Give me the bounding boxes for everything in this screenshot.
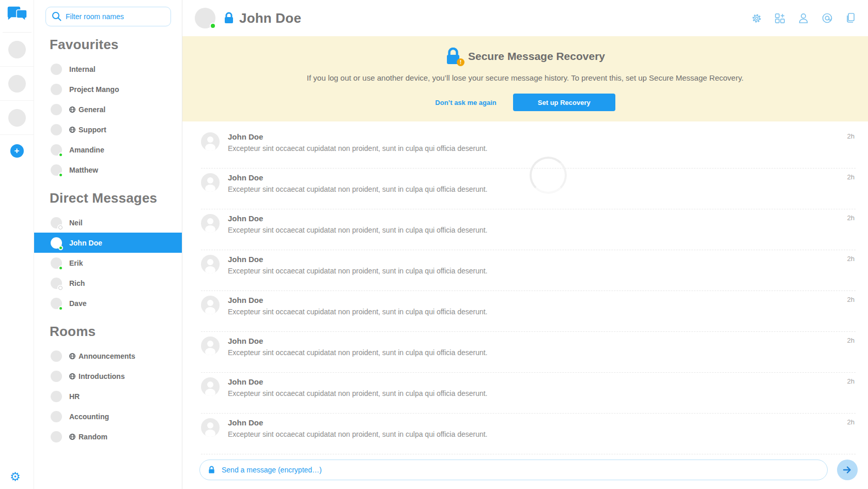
message-text: Excepteur sint occaecat cupidatat non pr… bbox=[228, 267, 839, 275]
search-input[interactable] bbox=[45, 7, 171, 26]
community-avatar bbox=[8, 41, 26, 58]
room-label: Introductions bbox=[69, 372, 125, 380]
message-sender: John Doe bbox=[228, 214, 839, 223]
message-timestamp: 2h bbox=[847, 132, 856, 140]
room-label: HR bbox=[69, 392, 80, 401]
room-item-matthew[interactable]: Matthew bbox=[34, 160, 182, 180]
encrypted-lock-icon bbox=[224, 12, 234, 24]
room-item-internal[interactable]: Internal bbox=[34, 59, 182, 79]
room-item-john-doe-selected[interactable]: John Doe bbox=[34, 233, 182, 253]
room-item-amandine[interactable]: Amandine bbox=[34, 140, 182, 160]
message-text: Excepteur sint occaecat cupidatat non pr… bbox=[228, 389, 839, 398]
presence-online-dot bbox=[58, 246, 63, 250]
room-avatar bbox=[51, 237, 62, 249]
message-timestamp: 2h bbox=[847, 214, 856, 222]
mentions-icon[interactable] bbox=[822, 12, 833, 24]
message-timeline[interactable]: John Doe Excepteur sint occaecat cupidat… bbox=[182, 121, 868, 455]
files-icon[interactable] bbox=[845, 12, 856, 24]
sender-avatar[interactable] bbox=[201, 418, 220, 437]
message-row: John Doe Excepteur sint occaecat cupidat… bbox=[201, 128, 856, 169]
message-text: Excepteur sint occaecat cupidatat non pr… bbox=[228, 144, 839, 152]
room-avatar bbox=[51, 64, 62, 75]
room-item-random[interactable]: Random bbox=[34, 426, 182, 447]
section-title-favourites: Favourites bbox=[50, 37, 182, 53]
message-text: Excepteur sint occaecat cupidatat non pr… bbox=[228, 226, 839, 234]
room-avatar bbox=[51, 391, 62, 402]
sender-avatar[interactable] bbox=[201, 173, 220, 192]
room-label: Dave bbox=[69, 299, 86, 308]
sender-avatar[interactable] bbox=[201, 214, 220, 233]
dont-ask-again-link[interactable]: Don’t ask me again bbox=[435, 99, 496, 106]
presence-online-dot bbox=[58, 306, 63, 311]
message-timestamp: 2h bbox=[847, 377, 856, 385]
room-item-support[interactable]: Support bbox=[34, 119, 182, 140]
room-header-avatar[interactable] bbox=[195, 8, 215, 28]
message-timestamp: 2h bbox=[847, 337, 856, 344]
room-item-introductions[interactable]: Introductions bbox=[34, 366, 182, 386]
message-row: John Doe Excepteur sint occaecat cupidat… bbox=[201, 332, 856, 373]
sender-avatar[interactable] bbox=[201, 377, 220, 396]
room-label: Accounting bbox=[69, 412, 109, 421]
sender-avatar[interactable] bbox=[201, 132, 220, 151]
encrypted-lock-icon bbox=[208, 466, 215, 474]
room-item-dave[interactable]: Dave bbox=[34, 293, 182, 313]
room-label: Rich bbox=[69, 279, 85, 287]
integrations-icon[interactable] bbox=[774, 13, 785, 24]
sender-avatar[interactable] bbox=[201, 296, 220, 314]
room-header: John Doe bbox=[182, 0, 868, 36]
room-avatar bbox=[51, 104, 62, 115]
room-avatar bbox=[51, 278, 62, 289]
banner-body-text: If you log out or use another device, yo… bbox=[182, 73, 868, 82]
room-item-announcements[interactable]: Announcements bbox=[34, 346, 182, 366]
room-sidebar: Favourites Internal Project Mango Genera… bbox=[34, 0, 182, 489]
sender-avatar[interactable] bbox=[201, 255, 220, 273]
message-row: John Doe Excepteur sint occaecat cupidat… bbox=[201, 209, 856, 250]
members-icon[interactable] bbox=[798, 12, 809, 24]
rail-community-2[interactable] bbox=[0, 67, 34, 101]
public-room-globe-icon bbox=[69, 434, 75, 440]
settings-icon[interactable] bbox=[751, 13, 762, 24]
message-timestamp: 2h bbox=[847, 296, 856, 303]
community-avatar bbox=[8, 75, 26, 93]
send-button[interactable] bbox=[837, 460, 858, 480]
warning-badge-icon: ! bbox=[457, 58, 464, 66]
room-item-project-mango[interactable]: Project Mango bbox=[34, 79, 182, 99]
room-item-general[interactable]: General bbox=[34, 99, 182, 119]
mini-rail: + ⚙ bbox=[0, 0, 34, 489]
message-row: John Doe Excepteur sint occaecat cupidat… bbox=[201, 291, 856, 332]
room-label: Project Mango bbox=[69, 85, 119, 94]
room-label: Erik bbox=[69, 259, 83, 267]
room-item-erik[interactable]: Erik bbox=[34, 253, 182, 273]
room-item-accounting[interactable]: Accounting bbox=[34, 406, 182, 426]
room-label: Internal bbox=[69, 65, 96, 73]
room-label: Neil bbox=[69, 219, 83, 227]
rail-community-1[interactable] bbox=[0, 33, 34, 67]
message-row: John Doe Excepteur sint occaecat cupidat… bbox=[201, 250, 856, 291]
add-community-button[interactable]: + bbox=[10, 144, 24, 158]
sender-avatar[interactable] bbox=[201, 337, 220, 355]
room-avatar bbox=[51, 217, 62, 228]
message-sender: John Doe bbox=[228, 418, 839, 427]
app-logo-chat-bubbles-icon[interactable] bbox=[5, 5, 29, 26]
recovery-lock-warning-icon: ! bbox=[445, 48, 461, 65]
room-item-neil[interactable]: Neil bbox=[34, 212, 182, 233]
message-timestamp: 2h bbox=[847, 418, 856, 426]
room-label: Matthew bbox=[69, 166, 98, 174]
presence-online-dot bbox=[58, 266, 63, 270]
room-item-rich[interactable]: Rich bbox=[34, 273, 182, 293]
rail-community-3[interactable] bbox=[0, 101, 34, 135]
room-label: John Doe bbox=[69, 239, 102, 247]
message-sender: John Doe bbox=[228, 337, 839, 345]
presence-offline-dot bbox=[58, 225, 63, 230]
message-row: John Doe Excepteur sint occaecat cupidat… bbox=[201, 414, 856, 454]
public-room-globe-icon bbox=[69, 127, 75, 133]
room-item-hr[interactable]: HR bbox=[34, 386, 182, 406]
room-search bbox=[45, 7, 171, 26]
settings-gear-icon[interactable]: ⚙ bbox=[10, 470, 21, 484]
message-row: John Doe Excepteur sint occaecat cupidat… bbox=[201, 373, 856, 414]
presence-online-dot bbox=[58, 173, 63, 177]
message-input[interactable] bbox=[199, 460, 828, 480]
message-sender: John Doe bbox=[228, 132, 839, 141]
set-up-recovery-button[interactable]: Set up Recovery bbox=[513, 94, 615, 111]
room-avatar bbox=[51, 84, 62, 95]
